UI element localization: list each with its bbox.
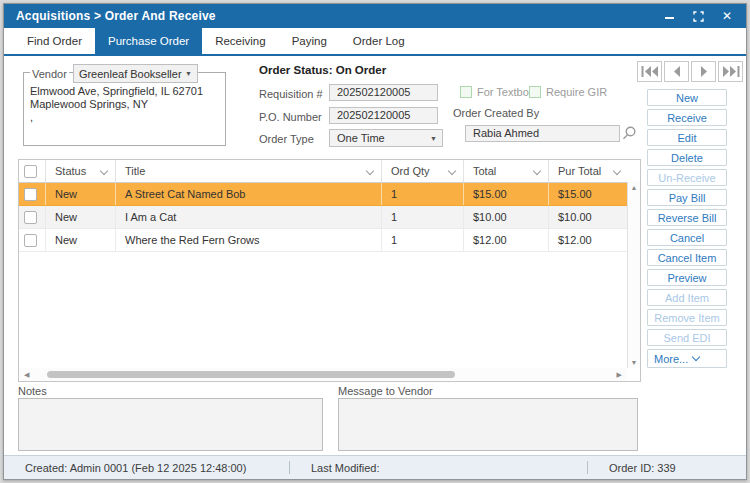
order-status-value: On Order [336,64,386,76]
scroll-right-icon[interactable]: ▶ [617,371,622,378]
for-textbook-checkbox[interactable] [460,86,472,98]
tab-order-log[interactable]: Order Log [340,28,418,54]
message-to-vendor-label: Message to Vendor [338,385,433,397]
order-type-label: Order Type [259,133,314,145]
search-icon[interactable] [621,125,639,143]
window-title: Acquisitions > Order And Receive [4,9,216,23]
requisition-label: Requisition # [259,88,323,100]
previous-record-button[interactable] [664,61,689,82]
table-row[interactable]: New I Am a Cat 1 $10.00 $10.00 [19,206,640,229]
last-modified-status: Last Modified: [290,462,587,474]
chevron-down-icon [448,167,456,175]
status-bar: Created: Admin 0001 (Feb 12 2025 12:48:0… [4,455,746,479]
table-row[interactable]: New A Street Cat Named Bob 1 $15.00 $15.… [19,183,640,206]
tab-receiving[interactable]: Receiving [202,28,279,54]
receive-button[interactable]: Receive [647,109,727,126]
vendor-select[interactable]: Greenleaf Bookseller ▼ [73,64,198,83]
table-row[interactable]: New Where the Red Fern Grows 1 $12.00 $1… [19,229,640,252]
add-item-button[interactable]: Add Item [647,289,727,306]
chevron-down-icon: ▼ [430,135,437,142]
next-record-button[interactable] [691,61,716,82]
edit-button[interactable]: Edit [647,129,727,146]
table-header-row: Status Title Ord Qty Total Pur Total [19,160,640,183]
column-header-pur-total[interactable]: Pur Total [549,160,628,182]
horizontal-scrollbar[interactable]: ◀ ▶ [19,368,627,381]
first-record-button[interactable] [637,61,662,82]
close-icon[interactable]: ✕ [720,9,734,23]
column-header-title[interactable]: Title [116,160,382,182]
chevron-down-icon [366,167,374,175]
minimize-icon[interactable] [662,9,676,23]
delete-button[interactable]: Delete [647,149,727,166]
restore-icon[interactable] [691,9,705,23]
preview-button[interactable]: Preview [647,269,727,286]
requisition-field[interactable]: 202502120005 [329,84,438,101]
column-header-ord-qty[interactable]: Ord Qty [382,160,464,182]
chevron-down-icon [613,167,621,175]
created-status: Created: Admin 0001 (Feb 12 2025 12:48:0… [4,462,289,474]
notes-label: Notes [18,385,47,397]
cell-pur-total: $15.00 [549,183,628,205]
scroll-up-icon[interactable]: ▲ [631,184,638,191]
un-receive-button[interactable]: Un-Receive [647,169,727,186]
more-button[interactable]: More... [647,349,727,368]
cell-total: $10.00 [464,206,549,228]
send-edi-button[interactable]: Send EDI [647,329,727,346]
tab-find-order[interactable]: Find Order [14,28,95,54]
row-checkbox[interactable] [24,188,37,201]
column-header-total[interactable]: Total [464,160,549,182]
po-number-field[interactable]: 202502120005 [329,107,438,124]
scrollbar-thumb[interactable] [47,371,455,378]
cell-total: $15.00 [464,183,549,205]
reverse-bill-button[interactable]: Reverse Bill [647,209,727,226]
order-created-by-field[interactable]: Rabia Ahmed [465,125,620,142]
order-and-receive-window: Acquisitions > Order And Receive ✕ Find … [3,3,747,480]
notes-textarea[interactable] [18,398,323,451]
select-all-checkbox[interactable] [24,165,37,178]
chevron-down-icon [100,167,108,175]
cell-title: Where the Red Fern Grows [116,229,382,251]
cell-ord-qty: 1 [382,183,464,205]
cell-title: A Street Cat Named Bob [116,183,382,205]
order-type-value: One Time [337,132,385,144]
remove-item-button[interactable]: Remove Item [647,309,727,326]
cell-ord-qty: 1 [382,206,464,228]
require-gir-checkbox[interactable] [529,86,541,98]
cell-status: New [46,206,116,228]
chevron-down-icon: ▼ [185,70,192,77]
tab-paying[interactable]: Paying [279,28,340,54]
cancel-button[interactable]: Cancel [647,229,727,246]
cell-title: I Am a Cat [116,206,382,228]
cancel-item-button[interactable]: Cancel Item [647,249,727,266]
cell-total: $12.00 [464,229,549,251]
cell-ord-qty: 1 [382,229,464,251]
order-items-table: Status Title Ord Qty Total Pur Total New… [18,159,641,382]
title-bar: Acquisitions > Order And Receive ✕ [4,4,746,28]
select-all-cell [19,160,46,182]
order-type-select[interactable]: One Time ▼ [329,129,443,147]
cell-status: New [46,229,116,251]
last-record-button[interactable] [718,61,743,82]
row-checkbox[interactable] [24,234,37,247]
cell-status: New [46,183,116,205]
chevron-down-icon [692,353,700,361]
require-gir-label: Require GIR [546,86,607,98]
pay-bill-button[interactable]: Pay Bill [647,189,727,206]
tab-purchase-order[interactable]: Purchase Order [95,28,202,54]
tab-bar: Find Order Purchase Order Receiving Payi… [4,28,746,56]
scroll-down-icon[interactable]: ▼ [631,359,638,366]
row-checkbox[interactable] [24,211,37,224]
cell-pur-total: $12.00 [549,229,628,251]
chevron-down-icon [533,167,541,175]
scroll-left-icon[interactable]: ◀ [24,371,29,378]
vertical-scrollbar[interactable]: ▲ ▼ [627,182,640,368]
column-header-status[interactable]: Status [46,160,116,182]
order-id-status: Order ID: 339 [588,462,676,474]
vendor-panel: Vendor Greenleaf Bookseller ▼ Elmwood Av… [23,72,226,146]
order-status-label: Order Status: [259,64,333,76]
vendor-label: Vendor [30,68,69,80]
message-to-vendor-textarea[interactable] [338,398,638,451]
new-button[interactable]: New [647,89,727,106]
cell-pur-total: $10.00 [549,206,628,228]
vendor-selected-value: Greenleaf Bookseller [79,68,182,80]
